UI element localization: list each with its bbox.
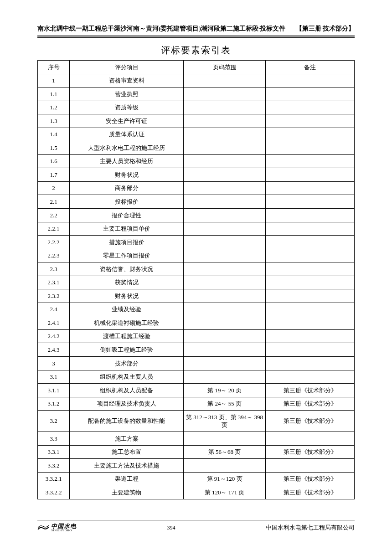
cell-item: 项目经理及技术负责人	[70, 397, 184, 411]
table-row: 3.3.2主要施工方法及技术措施	[38, 459, 355, 473]
cell-no: 2.4.3	[38, 343, 70, 357]
table-row: 1.2资质等级	[38, 101, 355, 114]
cell-note	[266, 209, 355, 222]
cell-note	[266, 114, 355, 128]
table-row: 2商务部分	[38, 181, 355, 195]
cell-item: 安全生产许可证	[70, 114, 184, 128]
table-body: 1资格审查资料1.1营业执照1.2资质等级1.3安全生产许可证1.4质量体系认证…	[38, 74, 355, 499]
cell-no: 2.4	[38, 303, 70, 316]
cell-item: 营业执照	[70, 87, 184, 101]
footer-rule	[37, 520, 355, 520]
cell-item: 财务状况	[70, 289, 184, 303]
cell-item: 倒虹吸工程施工经验	[70, 343, 184, 357]
cell-note: 第三册《技术部分》	[266, 472, 355, 486]
cell-no: 2.2.2	[38, 236, 70, 249]
cell-no: 2.3.1	[38, 276, 70, 289]
cell-item: 施工总布置	[70, 445, 184, 459]
cell-range	[184, 168, 266, 182]
cell-no: 2.2.3	[38, 249, 70, 262]
header-left: 南水北调中线一期工程总干渠沙河南～黄河(委托建管项目)潮河段第二施工标段·投标文…	[37, 25, 285, 33]
cell-note: 第三册《技术部分》	[266, 384, 355, 397]
cell-note: 第三册《技术部分》	[266, 397, 355, 411]
cell-item: 报价合理性	[70, 209, 184, 222]
table-row: 1.1营业执照	[38, 87, 355, 101]
cell-no: 2.3	[38, 262, 70, 276]
cell-note	[266, 154, 355, 168]
cell-range: 第 91～120 页	[184, 472, 266, 486]
cell-no: 2.4.2	[38, 329, 70, 343]
table-row: 3.1.2项目经理及技术负责人第 24～ 55 页第三册《技术部分》	[38, 397, 355, 411]
cell-item: 组织机构及人员配备	[70, 384, 184, 397]
cell-note	[266, 222, 355, 236]
cell-note	[266, 459, 355, 473]
table-row: 2.2报价合理性	[38, 209, 355, 222]
cell-no: 3.3.2.1	[38, 472, 70, 486]
cell-item: 渠道工程	[70, 472, 184, 486]
cell-item: 商务部分	[70, 181, 184, 195]
cell-item: 业绩及经验	[70, 303, 184, 316]
header-rule	[37, 36, 355, 38]
table-row: 2.2.2措施项目报价	[38, 236, 355, 249]
cell-note	[266, 128, 355, 141]
cell-range	[184, 276, 266, 289]
table-row: 2.3.1获奖情况	[38, 276, 355, 289]
table-row: 3.3施工方案	[38, 432, 355, 446]
cell-item: 主要工程项目单价	[70, 222, 184, 236]
table-row: 2.1投标报价	[38, 195, 355, 209]
cell-no: 1.5	[38, 141, 70, 155]
cell-range	[184, 357, 266, 370]
cell-range	[184, 249, 266, 262]
cell-item: 主要建筑物	[70, 486, 184, 499]
col-item: 评分项目	[70, 61, 184, 74]
table-row: 1.7财务状况	[38, 168, 355, 182]
cell-range	[184, 101, 266, 114]
page-header: 南水北调中线一期工程总干渠沙河南～黄河(委托建管项目)潮河段第二施工标段·投标文…	[37, 25, 355, 36]
cell-no: 3.1	[38, 370, 70, 384]
cell-note	[266, 276, 355, 289]
cell-item: 渡槽工程施工经验	[70, 329, 184, 343]
cell-no: 3.2	[38, 411, 70, 432]
table-row: 3技术部分	[38, 357, 355, 370]
cell-no: 2.2	[38, 209, 70, 222]
table-row: 2.4.1机械化渠道衬砌施工经验	[38, 316, 355, 330]
page-footer: 中国水电 SINOHYDRO 394 中国水利水电第七工程局有限公司	[37, 520, 355, 532]
cell-note	[266, 357, 355, 370]
table-row: 3.3.1施工总布置第 56～68 页第三册《技术部分》	[38, 445, 355, 459]
cell-item: 机械化渠道衬砌施工经验	[70, 316, 184, 330]
cell-item: 资格信誉、财务状况	[70, 262, 184, 276]
cell-range: 第 120～ 171 页	[184, 486, 266, 499]
col-note: 备注	[266, 61, 355, 74]
cell-range	[184, 459, 266, 473]
sinohydro-icon	[37, 523, 49, 532]
cell-no: 1.4	[38, 128, 70, 141]
cell-item: 大型水利水电工程的施工经历	[70, 141, 184, 155]
cell-item: 主要施工方法及技术措施	[70, 459, 184, 473]
cell-range	[184, 114, 266, 128]
cell-item: 资格审查资料	[70, 74, 184, 87]
cell-range: 第 56～68 页	[184, 445, 266, 459]
cell-no: 3.3.1	[38, 445, 70, 459]
cell-range	[184, 370, 266, 384]
cell-note	[266, 316, 355, 330]
table-row: 2.4业绩及经验	[38, 303, 355, 316]
cell-no: 3.3.2	[38, 459, 70, 473]
table-row: 1.6主要人员资格和经历	[38, 154, 355, 168]
cell-item: 施工方案	[70, 432, 184, 446]
header-right: 【第三册 技术部分】	[296, 25, 355, 33]
table-row: 1资格审查资料	[38, 74, 355, 87]
cell-no: 1	[38, 74, 70, 87]
cell-no: 2.3.2	[38, 289, 70, 303]
cell-no: 1.7	[38, 168, 70, 182]
cell-item: 资质等级	[70, 101, 184, 114]
cell-range	[184, 222, 266, 236]
table-row: 2.4.2渡槽工程施工经验	[38, 329, 355, 343]
cell-item: 质量体系认证	[70, 128, 184, 141]
cell-range	[184, 141, 266, 155]
cell-note	[266, 195, 355, 209]
cell-range	[184, 262, 266, 276]
cell-item: 配备的施工设备的数量和性能	[70, 411, 184, 432]
logo-text-en: SINOHYDRO	[51, 529, 77, 532]
cell-no: 2.1	[38, 195, 70, 209]
cell-range	[184, 154, 266, 168]
cell-note	[266, 289, 355, 303]
